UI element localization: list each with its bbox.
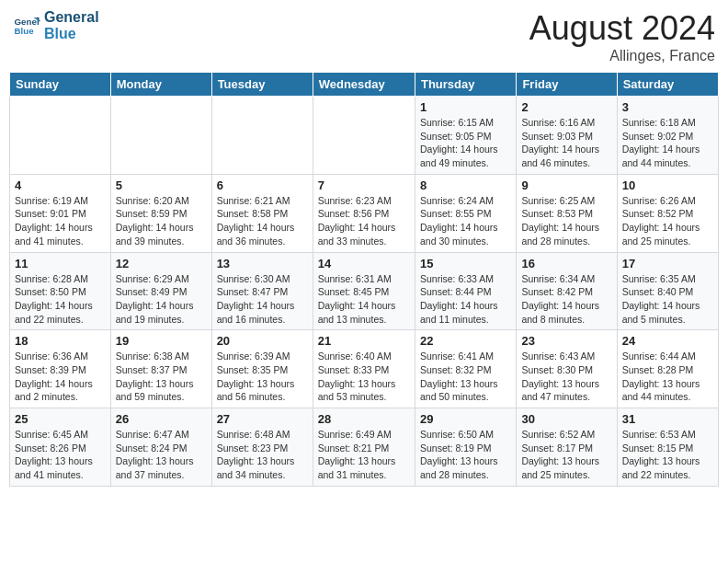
day-number: 26 [116,412,207,426]
day-cell: 25Sunrise: 6:45 AM Sunset: 8:26 PM Dayli… [10,408,111,487]
day-info: Sunrise: 6:25 AM Sunset: 8:53 PM Dayligh… [521,194,611,248]
week-row-5: 25Sunrise: 6:45 AM Sunset: 8:26 PM Dayli… [10,408,719,487]
weekday-header-saturday: Saturday [617,73,718,97]
day-cell: 16Sunrise: 6:34 AM Sunset: 8:42 PM Dayli… [517,252,617,330]
day-info: Sunrise: 6:53 AM Sunset: 8:15 PM Dayligh… [622,428,713,482]
weekday-header-wednesday: Wednesday [313,73,415,97]
day-number: 18 [15,334,106,348]
day-number: 25 [15,412,106,426]
day-number: 7 [318,178,410,192]
logo-general: General [44,9,99,26]
day-number: 24 [622,334,713,348]
day-number: 17 [622,257,713,270]
day-info: Sunrise: 6:36 AM Sunset: 8:39 PM Dayligh… [15,350,106,404]
day-info: Sunrise: 6:50 AM Sunset: 8:19 PM Dayligh… [420,428,511,482]
day-info: Sunrise: 6:15 AM Sunset: 9:05 PM Dayligh… [420,116,511,170]
day-cell: 29Sunrise: 6:50 AM Sunset: 8:19 PM Dayli… [415,408,516,487]
weekday-header-monday: Monday [110,73,211,97]
day-cell: 14Sunrise: 6:31 AM Sunset: 8:45 PM Dayli… [313,252,415,330]
day-info: Sunrise: 6:33 AM Sunset: 8:44 PM Dayligh… [420,272,511,327]
day-cell: 17Sunrise: 6:35 AM Sunset: 8:40 PM Dayli… [617,252,718,330]
day-info: Sunrise: 6:24 AM Sunset: 8:55 PM Dayligh… [420,194,511,248]
day-cell: 12Sunrise: 6:29 AM Sunset: 8:49 PM Dayli… [110,252,211,330]
day-info: Sunrise: 6:43 AM Sunset: 8:30 PM Dayligh… [521,350,611,404]
day-info: Sunrise: 6:30 AM Sunset: 8:47 PM Dayligh… [217,272,308,327]
day-number: 6 [217,178,308,192]
weekday-header-sunday: Sunday [10,73,111,97]
day-number: 21 [318,334,410,348]
svg-text:Blue: Blue [15,26,35,36]
weekday-header-friday: Friday [517,73,617,97]
day-number: 29 [420,412,511,426]
day-cell: 24Sunrise: 6:44 AM Sunset: 8:28 PM Dayli… [617,330,718,408]
day-number: 16 [521,257,611,270]
day-info: Sunrise: 6:45 AM Sunset: 8:26 PM Dayligh… [15,428,106,482]
day-info: Sunrise: 6:41 AM Sunset: 8:32 PM Dayligh… [420,350,511,404]
week-row-3: 11Sunrise: 6:28 AM Sunset: 8:50 PM Dayli… [10,252,719,330]
day-info: Sunrise: 6:16 AM Sunset: 9:03 PM Dayligh… [521,116,611,170]
day-info: Sunrise: 6:28 AM Sunset: 8:50 PM Dayligh… [15,272,106,327]
day-number: 13 [217,257,308,270]
day-number: 11 [15,257,106,270]
day-info: Sunrise: 6:52 AM Sunset: 8:17 PM Dayligh… [521,428,611,482]
day-number: 5 [116,178,207,192]
day-cell: 13Sunrise: 6:30 AM Sunset: 8:47 PM Dayli… [211,252,313,330]
day-cell: 22Sunrise: 6:41 AM Sunset: 8:32 PM Dayli… [415,330,516,408]
day-cell [110,97,211,175]
week-row-4: 18Sunrise: 6:36 AM Sunset: 8:39 PM Dayli… [10,330,719,408]
calendar-table: SundayMondayTuesdayWednesdayThursdayFrid… [9,72,719,487]
week-row-1: 1Sunrise: 6:15 AM Sunset: 9:05 PM Daylig… [10,97,719,175]
day-number: 1 [420,100,511,114]
day-cell [211,97,313,175]
day-cell: 10Sunrise: 6:26 AM Sunset: 8:52 PM Dayli… [617,174,718,252]
logo-blue: Blue [44,26,99,42]
title-block: August 2024 Allinges, France [529,9,715,64]
day-number: 4 [15,178,106,192]
day-cell [313,97,415,175]
day-info: Sunrise: 6:19 AM Sunset: 9:01 PM Dayligh… [15,194,106,248]
day-info: Sunrise: 6:18 AM Sunset: 9:02 PM Dayligh… [622,116,713,170]
day-cell: 30Sunrise: 6:52 AM Sunset: 8:17 PM Dayli… [517,408,617,487]
day-info: Sunrise: 6:48 AM Sunset: 8:23 PM Dayligh… [217,428,308,482]
day-number: 10 [622,178,713,192]
day-cell: 11Sunrise: 6:28 AM Sunset: 8:50 PM Dayli… [10,252,111,330]
day-cell: 18Sunrise: 6:36 AM Sunset: 8:39 PM Dayli… [10,330,111,408]
day-number: 27 [217,412,308,426]
day-number: 3 [622,100,713,114]
day-number: 22 [420,334,511,348]
day-number: 15 [420,257,511,270]
day-info: Sunrise: 6:40 AM Sunset: 8:33 PM Dayligh… [318,350,410,404]
day-cell: 15Sunrise: 6:33 AM Sunset: 8:44 PM Dayli… [415,252,516,330]
day-number: 20 [217,334,308,348]
day-number: 31 [622,412,713,426]
day-cell: 31Sunrise: 6:53 AM Sunset: 8:15 PM Dayli… [617,408,718,487]
day-cell: 7Sunrise: 6:23 AM Sunset: 8:56 PM Daylig… [313,174,415,252]
day-cell: 1Sunrise: 6:15 AM Sunset: 9:05 PM Daylig… [415,97,516,175]
day-cell: 21Sunrise: 6:40 AM Sunset: 8:33 PM Dayli… [313,330,415,408]
day-info: Sunrise: 6:21 AM Sunset: 8:58 PM Dayligh… [217,194,308,248]
day-cell [10,97,111,175]
month-year: August 2024 [529,9,715,48]
day-info: Sunrise: 6:49 AM Sunset: 8:21 PM Dayligh… [318,428,410,482]
day-cell: 19Sunrise: 6:38 AM Sunset: 8:37 PM Dayli… [110,330,211,408]
day-cell: 5Sunrise: 6:20 AM Sunset: 8:59 PM Daylig… [110,174,211,252]
day-cell: 27Sunrise: 6:48 AM Sunset: 8:23 PM Dayli… [211,408,313,487]
day-info: Sunrise: 6:20 AM Sunset: 8:59 PM Dayligh… [116,194,207,248]
week-row-2: 4Sunrise: 6:19 AM Sunset: 9:01 PM Daylig… [10,174,719,252]
day-number: 19 [116,334,207,348]
day-cell: 4Sunrise: 6:19 AM Sunset: 9:01 PM Daylig… [10,174,111,252]
day-number: 28 [318,412,410,426]
day-number: 14 [318,257,410,270]
location: Allinges, France [529,48,715,64]
day-cell: 2Sunrise: 6:16 AM Sunset: 9:03 PM Daylig… [517,97,617,175]
weekday-header-tuesday: Tuesday [211,73,313,97]
day-info: Sunrise: 6:23 AM Sunset: 8:56 PM Dayligh… [318,194,410,248]
weekday-header-row: SundayMondayTuesdayWednesdayThursdayFrid… [10,73,719,97]
day-number: 2 [521,100,611,114]
day-cell: 28Sunrise: 6:49 AM Sunset: 8:21 PM Dayli… [313,408,415,487]
day-number: 23 [521,334,611,348]
day-info: Sunrise: 6:34 AM Sunset: 8:42 PM Dayligh… [521,272,611,327]
day-info: Sunrise: 6:47 AM Sunset: 8:24 PM Dayligh… [116,428,207,482]
logo: General Blue General Blue [13,9,99,41]
day-cell: 20Sunrise: 6:39 AM Sunset: 8:35 PM Dayli… [211,330,313,408]
